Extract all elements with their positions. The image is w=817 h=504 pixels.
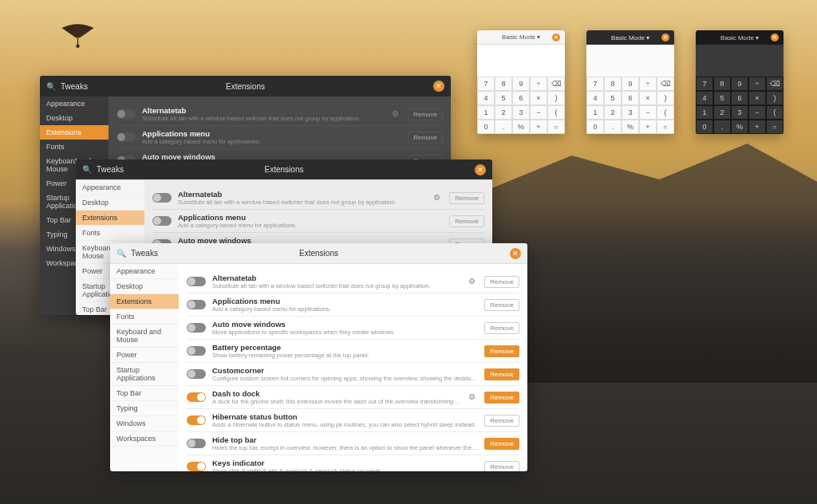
sidebar-item-extensions[interactable]: Extensions [40,125,109,140]
calc-key-%[interactable]: % [512,120,530,134]
calc-key-3[interactable]: 3 [731,105,748,120]
calc-key-2[interactable]: 2 [495,105,512,120]
calc-key-6[interactable]: 6 [622,91,639,105]
sidebar-item-desktop[interactable]: Desktop [40,111,109,125]
calc-key-1[interactable]: 1 [586,105,604,120]
calc-titlebar[interactable]: Basic Mode ▾✕ [477,30,565,45]
calc-key-+[interactable]: + [639,120,657,134]
calc-key-6[interactable]: 6 [731,91,748,105]
gear-icon[interactable]: ⚙ [468,392,478,402]
remove-button[interactable]: Remove [408,132,443,144]
sidebar-item-power[interactable]: Power [110,348,179,363]
calc-key-+[interactable]: + [748,120,766,134]
remove-button[interactable]: Remove [484,392,519,404]
sidebar-item-extensions[interactable]: Extensions [110,294,179,309]
remove-button[interactable]: Remove [484,345,519,357]
search-icon[interactable]: 🔍 [82,165,92,174]
close-icon[interactable]: ✕ [475,164,486,175]
calc-key-3[interactable]: 3 [622,105,639,120]
calc-key-=[interactable]: = [547,120,565,134]
calc-key-7[interactable]: 7 [586,77,604,91]
calc-titlebar[interactable]: Basic Mode ▾✕ [696,30,783,45]
sidebar-item-windows[interactable]: Windows [110,416,179,431]
calc-key-%[interactable]: % [731,120,748,134]
calc-key-4[interactable]: 4 [477,91,495,105]
toggle-switch[interactable] [187,300,206,309]
tweaks-window-light[interactable]: 🔍 Tweaks Extensions ✕ AppearanceDesktopE… [110,243,527,471]
calc-mode-dropdown[interactable]: Basic Mode ▾ [611,34,649,41]
close-icon[interactable]: ✕ [661,33,669,41]
toggle-switch[interactable] [187,415,206,425]
calc-key-([interactable]: ( [657,105,674,120]
sidebar-item-extensions[interactable]: Extensions [76,211,144,226]
calc-key-2[interactable]: 2 [713,105,731,120]
toggle-switch[interactable] [187,439,206,448]
toggle-switch[interactable] [116,132,136,142]
calc-key-×[interactable]: × [748,91,766,105]
calc-key-÷[interactable]: ÷ [639,77,657,91]
calc-key-.[interactable]: . [713,120,731,134]
sidebar-item-typing[interactable]: Typing [110,401,179,416]
calc-key-.[interactable]: . [604,120,622,134]
calc-key-7[interactable]: 7 [477,77,495,91]
toggle-switch[interactable] [152,216,172,226]
toggle-switch[interactable] [187,392,206,402]
gear-icon[interactable]: ⚙ [392,109,401,119]
gear-icon[interactable]: ⚙ [468,277,478,286]
calculator-dark[interactable]: Basic Mode ▾✕789÷⌫456×)123−(0.%+= [696,30,783,134]
calc-key-×[interactable]: × [530,91,547,105]
calc-key-6[interactable]: 6 [512,91,530,105]
calc-key-0[interactable]: 0 [696,120,713,134]
calc-key-0[interactable]: 0 [477,120,495,134]
calc-key-2[interactable]: 2 [604,105,622,120]
sidebar-item-top-bar[interactable]: Top Bar [110,386,179,401]
calc-key-5[interactable]: 5 [495,91,512,105]
calc-mode-dropdown[interactable]: Basic Mode ▾ [502,33,540,41]
remove-button[interactable]: Remove [484,276,519,288]
calc-key-8[interactable]: 8 [713,77,731,91]
calc-key-)[interactable]: ) [547,91,565,105]
sidebar-item-keyboard-and-mouse[interactable]: Keyboard and Mouse [110,325,179,348]
titlebar[interactable]: 🔍 Tweaks Extensions ✕ [40,76,451,96]
calc-key-([interactable]: ( [547,105,565,120]
calc-key-+[interactable]: + [530,120,547,134]
toggle-switch[interactable] [187,323,206,333]
remove-button[interactable]: Remove [484,438,519,450]
calc-key-−[interactable]: − [639,105,657,120]
remove-button[interactable]: Remove [449,215,484,227]
remove-button[interactable]: Remove [484,322,519,334]
toggle-switch[interactable] [116,109,136,119]
calc-key-=[interactable]: = [766,120,783,134]
calc-key-−[interactable]: − [748,105,766,120]
toggle-switch[interactable] [152,193,172,203]
calc-key-5[interactable]: 5 [604,91,622,105]
sidebar-item-desktop[interactable]: Desktop [76,195,144,211]
close-icon[interactable]: ✕ [510,248,521,259]
calc-key-0[interactable]: 0 [586,120,604,134]
remove-button[interactable]: Remove [484,368,519,380]
titlebar[interactable]: 🔍 Tweaks Extensions ✕ [76,159,492,180]
toggle-switch[interactable] [187,369,206,379]
remove-button[interactable]: Remove [484,461,519,472]
calc-key-9[interactable]: 9 [731,77,748,91]
calc-key-9[interactable]: 9 [512,77,530,91]
calc-key-⌫[interactable]: ⌫ [766,77,783,91]
toggle-switch[interactable] [187,462,206,471]
calc-key-([interactable]: ( [766,105,783,120]
calc-key-8[interactable]: 8 [604,77,622,91]
remove-button[interactable]: Remove [484,299,519,311]
remove-button[interactable]: Remove [408,108,443,120]
remove-button[interactable]: Remove [449,192,484,204]
gear-icon[interactable]: ⚙ [433,193,443,203]
sidebar-item-appearance[interactable]: Appearance [40,96,109,111]
remove-button[interactable]: Remove [484,415,519,427]
sidebar-item-fonts[interactable]: Fonts [40,140,109,154]
calc-key-=[interactable]: = [657,120,674,134]
calc-key-.[interactable]: . [495,120,512,134]
calc-key-4[interactable]: 4 [696,91,713,105]
calc-key-⌫[interactable]: ⌫ [547,77,565,91]
sidebar-item-fonts[interactable]: Fonts [76,226,144,241]
search-icon[interactable]: 🔍 [46,82,56,91]
close-icon[interactable]: ✕ [771,33,779,41]
calc-titlebar[interactable]: Basic Mode ▾✕ [586,30,674,45]
